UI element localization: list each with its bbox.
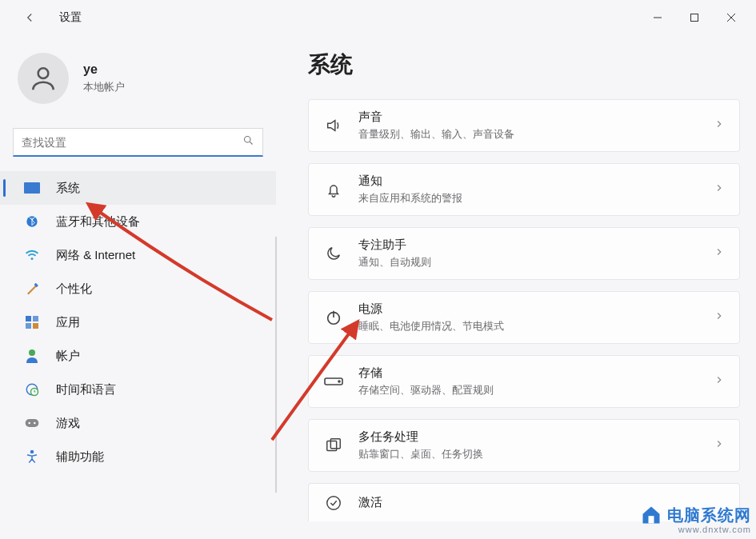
nav-label: 蓝牙和其他设备 (56, 214, 140, 230)
wifi-icon (24, 247, 40, 263)
nav-label: 系统 (56, 181, 80, 196)
nav-list: 系统 蓝牙和其他设备 网络 & Internet 个性化 应用 帐户 (0, 171, 276, 473)
card-title: 多任务处理 (358, 429, 714, 445)
card-title: 存储 (358, 365, 714, 381)
chevron-right-icon (714, 118, 725, 133)
search-icon (242, 134, 254, 150)
card-multitasking[interactable]: 多任务处理 贴靠窗口、桌面、任务切换 (308, 419, 740, 472)
card-subtitle: 存储空间、驱动器、配置规则 (358, 384, 714, 397)
user-block[interactable]: ye 本地帐户 (0, 45, 276, 122)
avatar (18, 53, 69, 104)
svg-rect-7 (24, 182, 40, 194)
nav-item-apps[interactable]: 应用 (0, 305, 276, 339)
user-subtitle: 本地帐户 (83, 80, 125, 94)
svg-rect-27 (330, 439, 340, 449)
card-title: 通知 (358, 174, 714, 189)
main-panel: 系统 声音 音量级别、输出、输入、声音设备 通知 来自应用和系统的警报 专注助手… (276, 35, 756, 539)
maximize-icon (690, 13, 699, 22)
chevron-right-icon (714, 246, 725, 261)
arrow-left-icon (22, 10, 37, 25)
watermark: 电脑系统网 www.dnxtw.com (640, 504, 751, 534)
storage-icon (323, 371, 344, 392)
user-name: ye (83, 62, 125, 77)
svg-point-19 (28, 422, 30, 425)
brush-icon (24, 281, 40, 297)
minimize-icon (653, 13, 662, 22)
nav-item-bluetooth[interactable]: 蓝牙和其他设备 (0, 205, 276, 238)
nav-label: 时间和语言 (56, 382, 116, 397)
nav-label: 帐户 (56, 349, 80, 364)
nav-item-personalization[interactable]: 个性化 (0, 272, 276, 305)
app-title: 设置 (59, 10, 82, 25)
nav-item-accounts[interactable]: 帐户 (0, 339, 276, 373)
nav-item-system[interactable]: 系统 (0, 171, 276, 205)
nav-label: 游戏 (56, 416, 80, 431)
svg-point-9 (31, 258, 34, 260)
maximize-button[interactable] (676, 4, 713, 31)
nav-item-gaming[interactable]: 游戏 (0, 406, 276, 440)
accessibility-icon (24, 449, 40, 465)
close-button[interactable] (713, 4, 750, 31)
close-icon (726, 13, 736, 22)
search-box[interactable] (13, 128, 263, 157)
globe-clock-icon (24, 381, 40, 397)
bluetooth-icon (24, 214, 40, 230)
titlebar: 设置 (0, 0, 756, 35)
svg-rect-12 (33, 316, 38, 321)
speaker-icon (323, 115, 344, 136)
chevron-right-icon (714, 182, 725, 197)
svg-rect-26 (327, 441, 337, 451)
svg-rect-18 (26, 419, 39, 427)
chevron-right-icon (714, 374, 725, 389)
svg-point-28 (327, 496, 341, 509)
svg-line-6 (250, 142, 252, 144)
svg-point-21 (30, 450, 34, 454)
card-title: 声音 (358, 110, 714, 125)
card-sound[interactable]: 声音 音量级别、输出、输入、声音设备 (308, 99, 740, 152)
card-subtitle: 贴靠窗口、桌面、任务切换 (358, 448, 714, 461)
nav-label: 辅助功能 (56, 449, 104, 465)
minimize-button[interactable] (639, 4, 676, 31)
person-icon (28, 63, 58, 94)
card-title: 电源 (358, 301, 714, 317)
moon-icon (323, 243, 344, 264)
svg-point-15 (29, 349, 35, 356)
card-subtitle: 睡眠、电池使用情况、节电模式 (358, 320, 714, 333)
nav-item-accessibility[interactable]: 辅助功能 (0, 440, 276, 473)
card-title: 专注助手 (358, 238, 714, 253)
card-power[interactable]: 电源 睡眠、电池使用情况、节电模式 (308, 291, 740, 344)
svg-rect-1 (691, 14, 698, 22)
svg-rect-13 (26, 323, 31, 329)
svg-rect-29 (649, 516, 654, 523)
svg-rect-14 (33, 323, 38, 329)
card-subtitle: 音量级别、输出、输入、声音设备 (358, 128, 714, 142)
card-storage[interactable]: 存储 存储空间、驱动器、配置规则 (308, 355, 740, 408)
nav-item-network[interactable]: 网络 & Internet (0, 238, 276, 272)
sidebar: ye 本地帐户 系统 蓝牙和其他设备 网络 & I (0, 35, 276, 539)
svg-point-5 (245, 137, 251, 143)
card-subtitle: 通知、自动规则 (358, 256, 714, 270)
nav-label: 网络 & Internet (56, 248, 135, 263)
display-icon (24, 180, 40, 196)
card-focus-assist[interactable]: 专注助手 通知、自动规则 (308, 227, 740, 280)
card-subtitle: 来自应用和系统的警报 (358, 192, 714, 206)
check-circle-icon (323, 493, 344, 513)
nav-label: 个性化 (56, 281, 92, 297)
apps-icon (24, 314, 40, 330)
nav-label: 应用 (56, 315, 80, 330)
nav-item-time-language[interactable]: 时间和语言 (0, 373, 276, 406)
gamepad-icon (24, 415, 40, 431)
house-icon (640, 504, 662, 526)
svg-point-4 (38, 68, 49, 78)
svg-point-20 (34, 422, 36, 425)
power-icon (323, 307, 344, 328)
watermark-title: 电脑系统网 (667, 505, 751, 526)
chevron-right-icon (714, 438, 725, 453)
page-title: 系统 (308, 50, 740, 80)
svg-rect-11 (26, 316, 31, 321)
back-button[interactable] (18, 6, 42, 30)
chevron-right-icon (714, 310, 725, 325)
svg-point-25 (338, 381, 340, 382)
card-notifications[interactable]: 通知 来自应用和系统的警报 (308, 163, 740, 216)
search-input[interactable] (22, 136, 242, 149)
